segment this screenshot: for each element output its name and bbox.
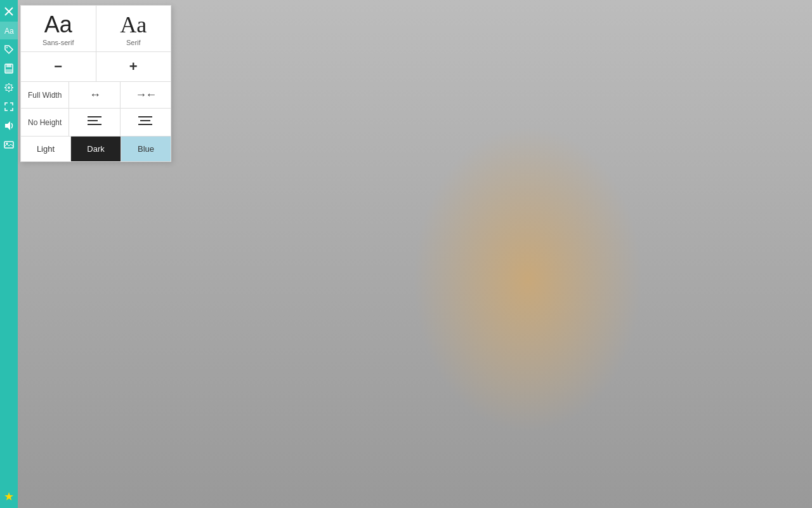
- align-center-icon: [138, 115, 152, 130]
- font-sans-label: Sans-serif: [43, 39, 74, 46]
- save-icon[interactable]: [0, 60, 18, 77]
- svg-rect-4: [6, 69, 12, 72]
- font-serif-preview: Aa: [120, 13, 147, 36]
- increase-size-button[interactable]: +: [96, 52, 171, 81]
- theme-row: Light Dark Blue: [21, 137, 171, 161]
- height-label: No Height: [21, 109, 69, 136]
- star-icon[interactable]: ★: [0, 488, 18, 505]
- expand-width-button[interactable]: ↔: [69, 82, 120, 108]
- settings-panel: Aa Sans-serif Aa Serif − + Full Width ↔ …: [20, 5, 171, 162]
- audio-icon[interactable]: [0, 117, 18, 135]
- font-sans-serif-option[interactable]: Aa Sans-serif: [21, 6, 96, 51]
- svg-point-6: [8, 86, 10, 89]
- align-left-button[interactable]: [69, 109, 120, 136]
- align-left-icon: [88, 115, 102, 130]
- theme-light-button[interactable]: Light: [21, 137, 71, 161]
- theme-blue-button[interactable]: Blue: [121, 137, 171, 161]
- svg-text:Aa: Aa: [4, 27, 14, 36]
- font-icon[interactable]: Aa: [0, 22, 18, 39]
- close-icon[interactable]: [0, 3, 18, 20]
- svg-rect-8: [4, 142, 13, 148]
- image-icon[interactable]: [0, 136, 18, 154]
- width-label: Full Width: [21, 82, 69, 108]
- height-row: No Height: [21, 109, 171, 137]
- align-center-button[interactable]: [121, 109, 171, 136]
- tag-icon[interactable]: [0, 41, 18, 58]
- expand-width-icon: ↔: [89, 88, 100, 102]
- width-row: Full Width ↔ →←: [21, 82, 171, 109]
- theme-dark-button[interactable]: Dark: [71, 137, 121, 161]
- size-row: − +: [21, 52, 171, 82]
- font-serif-option[interactable]: Aa Serif: [96, 6, 171, 51]
- decrease-size-button[interactable]: −: [21, 52, 96, 81]
- font-serif-label: Serif: [126, 39, 141, 46]
- settings-icon[interactable]: [0, 79, 18, 97]
- svg-rect-3: [6, 64, 11, 67]
- compress-width-button[interactable]: →←: [121, 82, 171, 108]
- svg-marker-7: [5, 121, 10, 130]
- expand-icon[interactable]: [0, 98, 18, 116]
- font-sans-preview: Aa: [44, 13, 72, 36]
- sidebar: Aa: [0, 0, 18, 508]
- svg-point-1: [6, 47, 8, 48]
- font-row: Aa Sans-serif Aa Serif: [21, 6, 171, 52]
- compress-width-icon: →←: [135, 88, 155, 102]
